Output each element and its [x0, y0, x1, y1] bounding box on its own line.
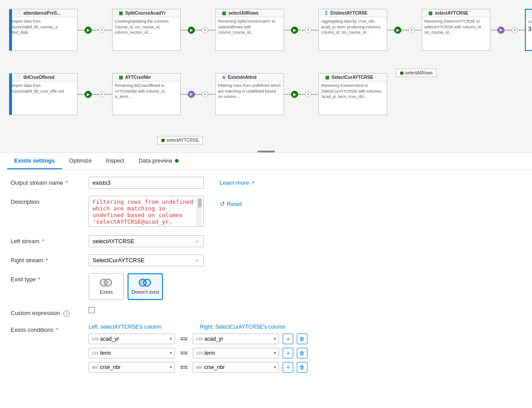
venn-icon-exists [100, 279, 113, 288]
right-stream-label: Right stream * [11, 254, 82, 264]
description-label: Description [11, 196, 82, 205]
resize-handle[interactable] [257, 151, 275, 152]
add-connection[interactable]: + [99, 91, 105, 97]
exists-conditions-row: Exists conditions * Left: selectAYTCRSE'… [11, 324, 521, 376]
equals-sign-1: == [180, 335, 187, 342]
connector-circle[interactable]: ▶ [85, 91, 92, 98]
condition-left-select-2[interactable]: term [100, 350, 170, 356]
custom-expression-row: Custom expression i [11, 307, 521, 317]
tabs-bar: Exists settings Optimize Inspect Data pr… [0, 153, 532, 170]
settings-panel: Exists settings Optimize Inspect Data pr… [0, 153, 532, 407]
exist-type-group: Exists Doesn't exist [89, 273, 163, 300]
tab-optimize[interactable]: Optimize [62, 153, 99, 169]
node-attendancePreS[interactable]: 📄 attendancePreS... Import data from Azu… [9, 9, 78, 51]
connector-r2-1: ▶ + [78, 91, 112, 98]
condition-right-select-2[interactable]: term [204, 350, 274, 356]
chevron-down-icon: ▾ [170, 365, 172, 369]
custom-expression-info-icon[interactable]: i [63, 311, 70, 317]
learn-more-link[interactable]: Learn more ↗ [220, 179, 255, 186]
add-condition-2[interactable]: + [283, 348, 293, 358]
exist-type-exists[interactable]: Exists [89, 273, 124, 300]
connector-circle[interactable]: ▶ [394, 27, 401, 34]
connector-circle-purple[interactable]: ▶ [497, 27, 505, 34]
tab-data-preview[interactable]: Data preview [132, 153, 186, 169]
chevron-down-icon: ▾ [274, 365, 276, 369]
add-connection[interactable]: + [512, 27, 518, 33]
connector-circle[interactable]: ▶ [291, 91, 298, 98]
node-selectAllRows1[interactable]: ▦ selectAllRows Renaming SplitCourseAcad… [215, 9, 284, 51]
node-distinct[interactable]: Σ DistinctAYTCRSE Aggregating data by 'c… [318, 9, 387, 51]
node-aytCrseNbr[interactable]: ▦ AYTCrseNbr Renaming tblCrseOffered to … [112, 73, 181, 115]
delete-condition-2[interactable]: 🗑 [297, 348, 307, 358]
delete-condition-1[interactable]: 🗑 [297, 334, 307, 344]
condition-right-3: abc crse_nbr ▾ [193, 362, 279, 373]
left-stream-row: Left stream * selectAYTCRSE selectAllRow… [11, 235, 521, 247]
condition-left-2: 123 term ▾ [89, 348, 175, 358]
description-textarea[interactable]: Filtering rows from undefined which are … [89, 196, 204, 227]
add-condition-1[interactable]: + [283, 334, 293, 344]
reset-button[interactable]: ↺ Reset [220, 200, 242, 207]
connector-r2-3: ▶ + [284, 91, 318, 98]
node-splitCourse[interactable]: ▦ SplitCourseAcadYr Creating/updating th… [112, 9, 181, 51]
tab-inspect[interactable]: Inspect [99, 153, 132, 169]
connector-circle[interactable]: ▶ [188, 27, 195, 34]
condition-right-select-3[interactable]: crse_nbr [204, 364, 274, 370]
node-selectAYTCRSE[interactable]: ▦ selectAYTCRSE Renaming DistinctAYTCRSE… [422, 9, 490, 51]
condition-row-2: 123 term ▾ == 123 term ▾ + [89, 348, 521, 358]
exist-type-doesnt-exist[interactable]: Doesn't exist [128, 273, 163, 300]
canvas-area: 📄 attendancePreS... Import data from Azu… [0, 0, 532, 153]
node-tblCrseOffered[interactable]: 📄 tblCrseOffered Import data from AzureS… [9, 73, 78, 115]
node-existsInAttnd[interactable]: ⊕ ExistsInAttnd Filtering rows from unde… [215, 73, 284, 115]
equals-sign-3: == [180, 364, 187, 371]
condition-row-1: 123 acad_yr ▾ == 123 acad_yr ▾ [89, 334, 521, 344]
trash-icon: 🗑 [299, 364, 305, 370]
output-stream-control [89, 177, 204, 189]
connector-3: ▶ + [284, 27, 318, 34]
select-all-rows-floating[interactable]: selectAllRows [396, 69, 437, 77]
add-connection[interactable]: + [202, 91, 208, 97]
add-connection[interactable]: + [408, 27, 415, 33]
condition-right-select-1[interactable]: acad_yr [204, 336, 274, 342]
connector-circle[interactable]: ▶ [291, 27, 298, 34]
add-condition-3[interactable]: + [283, 362, 293, 373]
description-control: Filtering rows from undefined which are … [89, 196, 204, 228]
left-stream-select[interactable]: selectAYTCRSE selectAllRows SelectCurAYT… [89, 235, 204, 247]
add-connection[interactable]: + [305, 27, 311, 33]
add-connection[interactable]: + [305, 91, 311, 97]
connector-5: ▶ + [490, 27, 525, 34]
venn-icon-doesnt-exist [139, 279, 152, 288]
node-selectCurAYTCRSE[interactable]: ▦ SelectCurAYTCRSE Renaming ExistsInAttn… [318, 73, 387, 115]
add-connection[interactable]: + [202, 27, 208, 33]
left-stream-control: selectAYTCRSE selectAllRows SelectCurAYT… [89, 235, 204, 247]
condition-right-2: 123 term ▾ [193, 348, 279, 358]
right-stream-control: SelectCurAYTCRSE selectAYTCRSE selectAll… [89, 254, 204, 266]
delete-condition-3[interactable]: 🗑 [297, 362, 307, 373]
right-stream-row: Right stream * SelectCurAYTCRSE selectAY… [11, 254, 521, 266]
connector-1: ▶ + [78, 27, 112, 34]
chevron-down-icon: ▾ [170, 336, 172, 341]
exist-type-label: Exist type * [11, 273, 82, 283]
output-stream-input[interactable] [89, 177, 204, 189]
custom-expression-checkbox[interactable] [89, 307, 95, 313]
trash-icon: 🗑 [299, 336, 305, 342]
select-aytcrse-floating[interactable]: selectAYTCRSE [157, 136, 203, 144]
condition-left-3: abc crse_nbr ▾ [89, 362, 175, 373]
condition-left-select-1[interactable]: acad_yr [100, 336, 170, 342]
condition-left-select-3[interactable]: crse_nbr [100, 364, 170, 370]
connector-circle[interactable]: ▶ [85, 27, 92, 34]
exists-conditions-label: Exists conditions * [11, 324, 82, 333]
right-stream-select[interactable]: SelectCurAYTCRSE selectAYTCRSE selectAll… [89, 254, 204, 266]
pipeline-row1: 📄 attendancePreS... Import data from Azu… [9, 9, 532, 51]
data-preview-dot [175, 159, 179, 163]
node-exists3[interactable]: ⊕ exists3 Columns: 3 total [525, 9, 532, 51]
textarea-scrollbar [197, 198, 202, 226]
tab-exists-settings[interactable]: Exists settings [7, 153, 62, 169]
condition-headers: Left: selectAYTCRSE's column Right: Sele… [89, 324, 521, 330]
add-connection[interactable]: + [99, 27, 105, 33]
form-area: Output stream name * Learn more ↗ Descri… [0, 170, 532, 407]
connector-r2-2: ▶ + [181, 91, 215, 98]
chevron-down-icon: ▾ [274, 350, 276, 355]
exist-type-row: Exist type * Exists [11, 273, 521, 300]
connector-circle-purple[interactable]: ▶ [188, 91, 195, 98]
connector-4: ▶ + [387, 27, 422, 34]
